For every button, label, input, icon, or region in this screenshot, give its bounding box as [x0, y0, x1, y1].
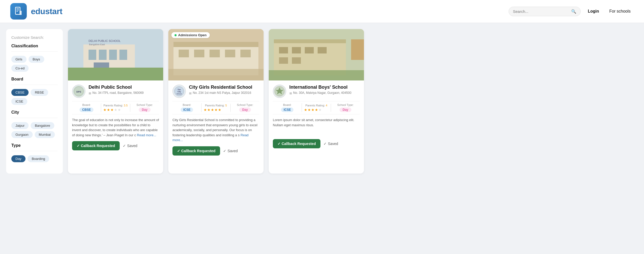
meta-row-ibs: Board: ICSE Parents Rating: 4 ★★★★★ Scho… — [273, 101, 360, 114]
saved-check-icon-dps: ✓ — [123, 144, 126, 148]
board-title: Board — [11, 77, 58, 81]
meta-row-dps: Board: CBSE Parents Rating: 3.5 ★★★★★ Sc… — [72, 101, 159, 114]
city-title: City — [11, 110, 58, 115]
tag-coed[interactable]: Co-ed — [11, 65, 29, 72]
svg-text:DELHI PUBLIC SCHOOL: DELHI PUBLIC SCHOOL — [89, 39, 121, 42]
svg-rect-8 — [99, 50, 107, 60]
card-desc-cgrs: City Girls Residential School is committ… — [172, 117, 259, 143]
type-tag-dps: Day — [139, 107, 151, 112]
school-image-dps: DELHI PUBLIC SCHOOL Bangalore East — [68, 29, 163, 80]
for-schools-button[interactable]: For schools — [606, 7, 634, 16]
school-address-ibs: ⚌ No. 30A, Malviya Nagar, Gurgaon, 40450… — [289, 91, 351, 95]
filter-city: City Jaipur Bangalore Gurgaon Mumbai — [11, 110, 58, 138]
svg-rect-24 — [240, 50, 251, 57]
card-desc-ibs: Lorem ipsum dolor sit amet, consectetur … — [273, 117, 360, 135]
school-card-ibs: International Boys' School ⚌ No. 30A, Ma… — [269, 29, 364, 174]
svg-text:Bangalore East: Bangalore East — [89, 43, 105, 46]
saved-button-ibs[interactable]: ✓ Saved — [324, 142, 338, 146]
tag-girls[interactable]: Girls — [11, 56, 27, 63]
main-content: Customize Search: Classification Girls B… — [0, 23, 386, 180]
svg-rect-10 — [119, 50, 127, 60]
svg-rect-4 — [20, 11, 22, 15]
callback-button-ibs[interactable]: ✓ Callback Requested — [273, 139, 320, 148]
type-title: Type — [11, 143, 58, 148]
school-logo-dps: DPS — [72, 85, 85, 98]
svg-rect-25 — [168, 69, 264, 80]
svg-rect-37 — [318, 47, 327, 53]
tag-gurgaon[interactable]: Gurgaon — [11, 131, 33, 138]
stars-dps: ★★★★★ — [103, 108, 128, 112]
svg-rect-38 — [279, 57, 288, 64]
type-tags: Day Boarding — [11, 155, 58, 162]
classification-title: Classification — [11, 44, 58, 48]
meta-rating-ibs: Parents Rating: 4 ★★★★★ — [302, 104, 331, 112]
svg-rect-39 — [292, 57, 301, 64]
board-tag-ibs: ICSE — [281, 107, 293, 112]
tag-icse[interactable]: ICSE — [11, 98, 27, 105]
school-card-cgrs: Admissions Open The City School — [168, 29, 264, 174]
school-name-dps: Delhi Public School — [89, 85, 144, 90]
search-bar[interactable]: 🔍 — [509, 7, 581, 16]
meta-board-cgrs: Board: ICSE — [172, 103, 202, 112]
login-button[interactable]: Login — [585, 7, 602, 16]
tag-cbse[interactable]: CBSE — [11, 89, 29, 96]
school-name-ibs: International Boys' School — [289, 85, 351, 90]
meta-row-cgrs: Board: ICSE Parents Rating: 5 ★★★★★ Scho… — [172, 101, 259, 114]
card-desc-dps: The goal of education is not only to inc… — [72, 117, 159, 138]
address-icon: ⚌ — [89, 91, 91, 95]
tag-bangalore[interactable]: Bangalore — [31, 122, 54, 129]
callback-button-dps[interactable]: ✓ Callback Requested — [72, 141, 120, 150]
logo-icon — [10, 3, 27, 20]
svg-text:The: The — [178, 89, 181, 90]
svg-rect-35 — [292, 47, 301, 53]
svg-rect-36 — [305, 47, 314, 53]
tag-rbse[interactable]: RBSE — [31, 89, 48, 96]
tag-day[interactable]: Day — [11, 155, 25, 162]
svg-rect-21 — [194, 50, 204, 57]
saved-check-icon-ibs: ✓ — [324, 142, 327, 146]
type-tag-ibs: Day — [340, 107, 351, 112]
saved-button-dps[interactable]: ✓ Saved — [123, 144, 137, 148]
address-icon-cgrs: ⚌ — [189, 91, 192, 95]
svg-rect-19 — [173, 42, 258, 47]
saved-check-icon-cgrs: ✓ — [223, 149, 226, 153]
board-tags: CBSE RBSE ICSE — [11, 89, 58, 105]
sidebar: Customize Search: Classification Girls B… — [6, 29, 63, 174]
admissions-badge-cgrs: Admissions Open — [171, 32, 210, 38]
meta-type-dps: School Type: Day — [130, 103, 159, 112]
school-address-cgrs: ⚌ No. 234 1st main NS Palya, Jaipur 3020… — [189, 91, 252, 95]
meta-rating-dps: Parents Rating: 3.5 ★★★★★ — [101, 104, 130, 112]
saved-button-cgrs[interactable]: ✓ Saved — [223, 149, 238, 153]
tag-mumbai[interactable]: Mumbai — [35, 131, 55, 138]
meta-type-cgrs: School Type: Day — [231, 103, 259, 112]
svg-rect-23 — [225, 50, 235, 57]
tag-boarding[interactable]: Boarding — [28, 155, 49, 162]
stars-cgrs: ★★★★★ — [204, 108, 228, 112]
sidebar-title: Customize Search: — [11, 35, 58, 40]
svg-rect-20 — [179, 50, 189, 57]
school-logo-ibs — [273, 85, 286, 98]
meta-rating-cgrs: Parents Rating: 5 ★★★★★ — [202, 104, 231, 112]
board-tag-cgrs: ICSE — [181, 107, 193, 112]
address-icon-ibs: ⚌ — [289, 91, 292, 95]
svg-rect-12 — [68, 68, 163, 80]
callback-button-cgrs[interactable]: ✓ Callback Requested — [172, 146, 220, 156]
school-card-dps: DELHI PUBLIC SCHOOL Bangalore East DPS — [68, 29, 163, 174]
card-body-ibs: International Boys' School ⚌ No. 30A, Ma… — [269, 80, 364, 152]
tag-jaipur[interactable]: Jaipur — [11, 122, 29, 129]
brand-name: edustart — [31, 7, 62, 16]
svg-rect-33 — [351, 39, 364, 60]
search-input[interactable] — [513, 9, 569, 14]
school-image-ibs — [269, 29, 364, 80]
card-body-dps: DPS Delhi Public School ⚌ No. 34 ITPL ro… — [68, 80, 163, 155]
svg-rect-0 — [15, 7, 20, 14]
meta-type-ibs: School Type: Day — [331, 103, 360, 112]
search-icon: 🔍 — [571, 9, 576, 14]
svg-rect-22 — [210, 50, 220, 57]
card-actions-cgrs: ✓ Callback Requested ✓ Saved — [172, 146, 259, 156]
header: edustart 🔍 Login For schools — [0, 0, 644, 23]
classification-tags: Girls Boys Co-ed — [11, 56, 58, 72]
meta-board-ibs: Board: ICSE — [273, 103, 302, 112]
tag-boys[interactable]: Boys — [29, 56, 44, 63]
read-more-dps[interactable]: Read more... — [137, 133, 156, 137]
